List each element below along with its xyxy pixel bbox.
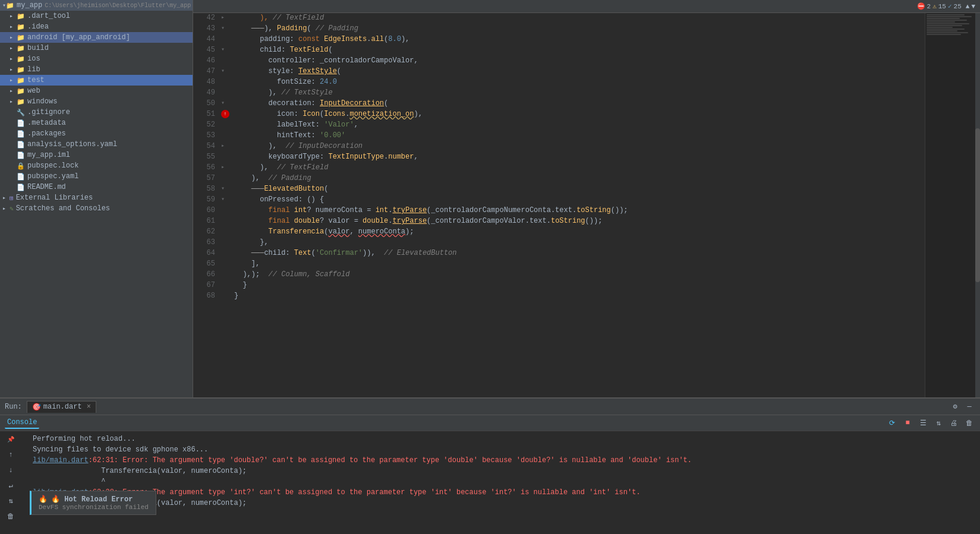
sort-button[interactable]: ⇅	[932, 417, 944, 429]
table-row: 49 ), // TextStyle	[193, 88, 925, 99]
table-row: 63 },	[193, 238, 925, 248]
sidebar-label-lib: lib	[27, 65, 40, 74]
sidebar-label-pubspec-lock: pubspec.lock	[27, 162, 78, 170]
folder-icon-ios: 📁	[17, 55, 25, 63]
sidebar-item-test[interactable]: ▸ 📁 test	[0, 75, 193, 86]
sidebar-label-gitignore: .gitignore	[27, 108, 70, 116]
console-line-2: Syncing files to device sdk gphone x86..…	[33, 444, 975, 455]
wrap-icon[interactable]: ↵	[5, 480, 17, 492]
vertical-scrollbar[interactable]	[975, 13, 980, 397]
table-row: 60 final int? numeroConta = int.tryParse…	[193, 206, 925, 216]
folder-icon-build: 📁	[17, 45, 25, 52]
sidebar-item-external-libs[interactable]: ▸ ⊞ External Libraries	[0, 192, 193, 203]
sidebar-item-dart_tool[interactable]: ▸ 📁 .dart_tool	[0, 11, 193, 21]
sidebar-item-idea[interactable]: ▸ 📁 .idea	[0, 21, 193, 32]
table-row: 50 ▾ decoration: InputDecoration(	[193, 99, 925, 109]
sidebar-item-windows[interactable]: ▸ 📁 windows	[0, 96, 193, 107]
print-button[interactable]: 🖨	[948, 417, 960, 429]
error-link-1[interactable]: lib/main.dart	[33, 456, 89, 465]
run-tab-name: main.dart	[43, 403, 82, 411]
chevron-up-icon[interactable]: ▲	[966, 3, 970, 10]
sidebar-item-android[interactable]: ▸ 📁 android [my_app_android]	[0, 32, 193, 43]
expand-arrow-android: ▸	[10, 34, 17, 41]
folder-icon-dart_tool: 📁	[17, 12, 25, 20]
run-tab[interactable]: 🎯 main.dart ×	[27, 401, 96, 413]
warning-num: 15	[938, 3, 946, 10]
console-output: 📌 ↑ ↓ ↵ ⇅ 🗑 Performing hot reload... Syn…	[0, 431, 980, 534]
sidebar-item-build[interactable]: ▸ 📁 build	[0, 43, 193, 53]
sidebar-label-scratches: Scratches and Consoles	[16, 204, 110, 213]
table-row: 68 }	[193, 291, 925, 302]
console-tab[interactable]: Console	[5, 417, 39, 429]
sidebar-item-readme[interactable]: 📄 README.md	[0, 182, 193, 192]
sidebar-item-analysis[interactable]: 📄 analysis_options.yaml	[0, 139, 193, 150]
settings-button[interactable]: ⚙	[949, 401, 961, 413]
sidebar-label-web: web	[27, 87, 40, 95]
pin-icon[interactable]: 📌	[5, 434, 17, 445]
table-row: 56 ▸ ), // TextField	[193, 163, 925, 173]
sidebar-item-pubspec-lock[interactable]: 🔒 pubspec.lock	[0, 160, 193, 171]
folder-icon-test: 📁	[17, 77, 25, 84]
console-line-1: Performing hot reload...	[33, 434, 975, 444]
scroll-up-icon[interactable]: ↑	[5, 449, 17, 461]
scrollbar-thumb[interactable]	[975, 128, 980, 282]
dart-file-icon: 🎯	[32, 403, 41, 412]
hot-reload-title: 🔥 🔥 Hot Reload Error	[39, 495, 149, 504]
info-num: 25	[954, 3, 962, 10]
stop-button[interactable]: ■	[902, 417, 913, 429]
console-line-6: lib/main.dart:62:38: Error: The argument…	[33, 487, 975, 498]
sidebar-item-pubspec-yaml[interactable]: 📄 pubspec.yaml	[0, 171, 193, 182]
hot-reload-subtitle: DevFS synchronization failed	[39, 504, 149, 511]
sidebar-label-metadata: .metadata	[27, 119, 66, 127]
error-num: 2	[927, 3, 931, 10]
table-row: 54 ▸ ), // InputDecoration	[193, 141, 925, 152]
sidebar-label-readme: README.md	[27, 183, 66, 191]
run-label: Run:	[5, 403, 22, 411]
console-side-icons: 📌 ↑ ↓ ↵ ⇅ 🗑	[5, 434, 17, 523]
sidebar-item-packages[interactable]: 📄 .packages	[0, 128, 193, 139]
sidebar-label-dart_tool: .dart_tool	[27, 12, 70, 20]
top-bar: ⛔ 2 ⚠ 15 ✓ 25 ▲ ▼	[193, 0, 980, 13]
table-row: 61 final double? valor = double.tryParse…	[193, 216, 925, 227]
chevron-down-icon[interactable]: ▼	[971, 3, 975, 10]
table-row: 64 ———child: Text('Confirmar')), // Elev…	[193, 248, 925, 259]
table-row: 47 ▾ style: TextStyle(	[193, 67, 925, 77]
expand-arrow-test: ▸	[10, 77, 17, 84]
table-row: 51 ! icon: Icon(Icons.monetization_on),	[193, 109, 925, 120]
sidebar-item-my_app[interactable]: ▾ 📁 my_app C:\Users\jheimison\Desktop\Fl…	[0, 0, 193, 11]
clear-button[interactable]: 🗑	[963, 417, 975, 429]
close-panel-button[interactable]: —	[963, 401, 975, 413]
sidebar-item-scratches[interactable]: ▸ ✎ Scratches and Consoles	[0, 203, 193, 214]
error-count: ⛔ 2 ⚠ 15 ✓ 25 ▲ ▼	[917, 2, 975, 10]
hot-reload-icon: 🔥	[39, 495, 48, 504]
folder-icon-external: ⊞	[10, 194, 14, 202]
table-row: 52 labelText: 'Valor',	[193, 120, 925, 131]
sidebar-label-iml: my_app.iml	[27, 151, 70, 159]
sidebar-item-lib[interactable]: ▸ 📁 lib	[0, 64, 193, 75]
list-sort-icon[interactable]: ⇅	[5, 495, 17, 507]
sidebar-item-iml[interactable]: 📄 my_app.iml	[0, 150, 193, 160]
sidebar-item-web[interactable]: ▸ 📁 web	[0, 86, 193, 96]
expand-arrow-lib: ▸	[10, 66, 17, 73]
table-row: 42 ▸ ), // TextField	[193, 13, 925, 24]
scroll-down-icon[interactable]: ↓	[5, 465, 17, 476]
run-tab-close[interactable]: ×	[87, 403, 91, 411]
sidebar-item-metadata[interactable]: 📄 .metadata	[0, 118, 193, 128]
table-row: 57 ), // Padding	[193, 173, 925, 184]
sidebar-item-gitignore[interactable]: 🔧 .gitignore	[0, 107, 193, 118]
sidebar-label-external: External Libraries	[16, 194, 93, 202]
file-icon-readme: 📄	[17, 184, 25, 191]
expand-arrow-build: ▸	[10, 45, 17, 52]
sidebar-item-ios[interactable]: ▸ 📁 ios	[0, 53, 193, 64]
file-icon-analysis: 📄	[17, 141, 25, 148]
table-row: 59 ▾ onPressed: () {	[193, 195, 925, 206]
console-line-5: ^	[33, 476, 975, 487]
folder-icon-android: 📁	[17, 34, 25, 42]
filter-button[interactable]: ☰	[917, 417, 929, 429]
file-icon-packages: 📄	[17, 130, 25, 138]
sidebar-label-ios: ios	[27, 55, 40, 63]
rerun-button[interactable]: ⟳	[886, 417, 898, 429]
sidebar-label-packages: .packages	[27, 129, 66, 138]
code-editor[interactable]: 42 ▸ ), // TextField 43 ▾ ———), Padding(…	[193, 13, 980, 397]
trash-icon[interactable]: 🗑	[5, 511, 17, 523]
